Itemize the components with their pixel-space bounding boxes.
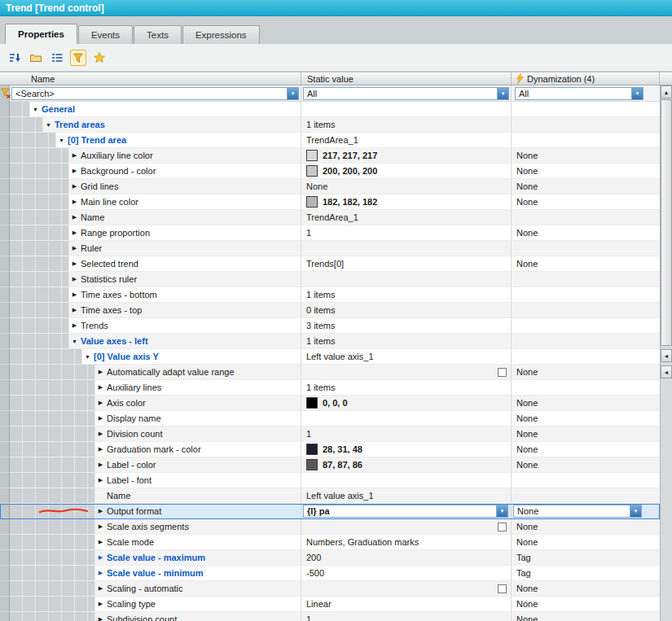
static-filter-combobox[interactable]: All ▼	[303, 87, 509, 100]
scroll-up-button[interactable]: ▲	[661, 85, 672, 98]
color-swatch[interactable]	[306, 150, 318, 161]
chevron-down-icon[interactable]: ▼	[631, 88, 643, 99]
chevron-down-icon[interactable]: ▼	[630, 505, 641, 517]
table-row[interactable]: ▶NameTrendArea_1	[0, 210, 660, 225]
expand-icon[interactable]: ▶	[69, 260, 80, 267]
window-titlebar[interactable]: Trend [Trend control]	[0, 0, 672, 16]
table-row[interactable]: NameLeft value axis_1	[0, 488, 660, 504]
expand-icon[interactable]: ▼	[69, 339, 80, 344]
expand-icon[interactable]: ▶	[95, 461, 106, 468]
table-row[interactable]: ▶Trends3 items	[0, 318, 660, 334]
table-row[interactable]: ▶Scale value - maximum200Tag	[0, 550, 660, 566]
search-combobox[interactable]: <Search> ▼	[11, 87, 299, 100]
expand-icon[interactable]: ▶	[69, 183, 80, 190]
expand-icon[interactable]: ▶	[95, 369, 106, 375]
table-row[interactable]: ▶Time axes - bottom1 items	[0, 287, 660, 303]
expand-icon[interactable]: ▶	[95, 477, 106, 483]
checkbox[interactable]	[498, 368, 507, 377]
tab-expressions[interactable]: Expressions	[182, 25, 260, 44]
table-row[interactable]: ▶Auxiliary line color217, 217, 217None	[0, 148, 660, 164]
column-header-dynamization[interactable]: Dynamization (4)	[512, 72, 660, 85]
table-row[interactable]: ▶Label - font	[0, 473, 660, 488]
table-row[interactable]: ▶Selected trendTrends[0]None	[0, 256, 660, 272]
list-view-button[interactable]	[49, 50, 65, 66]
table-row[interactable]: ▶Scale axis segmentsNone	[0, 519, 660, 535]
expand-icon[interactable]: ▶	[69, 307, 80, 313]
tab-texts[interactable]: Texts	[134, 25, 182, 44]
tab-properties[interactable]: Properties	[5, 24, 77, 44]
scrollbar-thumb[interactable]	[661, 99, 672, 346]
expand-icon[interactable]: ▶	[95, 508, 106, 514]
column-header-static-value[interactable]: Static value	[301, 72, 512, 85]
expand-icon[interactable]: ▼	[56, 138, 67, 143]
expand-icon[interactable]: ▶	[95, 601, 106, 607]
expand-icon[interactable]: ▶	[95, 384, 106, 391]
table-row[interactable]: ▶Scale modeNumbers, Graduation marksNone	[0, 535, 660, 550]
table-row[interactable]: ▶Scale value - minimum-500Tag	[0, 566, 660, 581]
expand-icon[interactable]: ▶	[69, 168, 80, 174]
table-row[interactable]: ▶Output format{I} pa▼None▼	[0, 504, 660, 519]
chevron-down-icon[interactable]: ▼	[497, 88, 508, 99]
expand-icon[interactable]: ▶	[69, 152, 80, 159]
expand-icon[interactable]: ▼	[82, 354, 93, 360]
table-row[interactable]: ▼[0] Value axis YLeft value axis_1	[0, 349, 660, 365]
expand-icon[interactable]: ▶	[95, 616, 106, 621]
expand-icon[interactable]: ▶	[95, 539, 106, 545]
expand-icon[interactable]: ▶	[95, 570, 106, 576]
open-folder-button[interactable]	[28, 50, 44, 66]
table-row[interactable]: ▶Ruler	[0, 241, 660, 256]
column-header-name[interactable]: Name	[0, 72, 301, 85]
table-row[interactable]: ▶Division count1None	[0, 426, 660, 442]
static-value-combobox[interactable]: {I} pa▼	[303, 505, 508, 518]
expand-icon[interactable]: ▶	[95, 554, 106, 561]
scroll-split-button-1[interactable]: ◄	[661, 349, 672, 362]
color-swatch[interactable]	[306, 444, 318, 455]
expand-icon[interactable]: ▶	[95, 585, 106, 592]
expand-icon[interactable]: ▶	[69, 230, 80, 236]
table-row[interactable]: ▶Background - color200, 200, 200None	[0, 164, 660, 179]
expand-icon[interactable]: ▶	[69, 291, 80, 298]
dynamization-combobox[interactable]: None▼	[513, 505, 642, 518]
expand-icon[interactable]: ▶	[95, 523, 106, 530]
expand-icon[interactable]: ▶	[69, 199, 80, 205]
table-row[interactable]: ▶Time axes - top0 items	[0, 303, 660, 318]
expand-icon[interactable]: ▶	[69, 214, 80, 221]
table-row[interactable]: ▶Axis color0, 0, 0None	[0, 396, 660, 411]
table-row[interactable]: ▼[0] Trend areaTrendArea_1	[0, 133, 660, 148]
color-swatch[interactable]	[306, 196, 318, 208]
expand-icon[interactable]: ▶	[69, 276, 80, 282]
expand-icon[interactable]: ▼	[30, 107, 41, 112]
color-swatch[interactable]	[306, 397, 318, 409]
clear-filter-button[interactable]	[0, 85, 10, 102]
favorites-button[interactable]	[91, 50, 108, 66]
table-row[interactable]: ▶Graduation mark - color28, 31, 48None	[0, 442, 660, 457]
table-row[interactable]: ▼General	[0, 102, 660, 117]
table-row[interactable]: ▼Trend areas1 items	[0, 117, 660, 133]
table-row[interactable]: ▶Main line color182, 182, 182None	[0, 195, 660, 210]
chevron-down-icon[interactable]: ▼	[287, 88, 298, 99]
table-row[interactable]: ▶Display nameNone	[0, 411, 660, 426]
table-row[interactable]: ▶Scaling - automaticNone	[0, 581, 660, 597]
dynamization-filter-combobox[interactable]: All ▼	[515, 87, 643, 100]
color-swatch[interactable]	[306, 165, 318, 177]
table-row[interactable]: ▶Automatically adapt value rangeNone	[0, 365, 660, 380]
scroll-split-button-2[interactable]: ◄	[661, 365, 672, 378]
chevron-down-icon[interactable]: ▼	[496, 505, 507, 517]
table-row[interactable]: ▶Auxiliary lines1 items	[0, 380, 660, 396]
expand-icon[interactable]: ▶	[69, 245, 80, 251]
table-row[interactable]: ▶Scaling typeLinearNone	[0, 597, 660, 612]
checkbox[interactable]	[498, 584, 507, 593]
tab-events[interactable]: Events	[78, 25, 133, 44]
expand-icon[interactable]: ▶	[95, 415, 106, 422]
table-row[interactable]: ▶Grid linesNoneNone	[0, 179, 660, 195]
table-row[interactable]: ▶Statistics ruler	[0, 272, 660, 287]
expand-icon[interactable]: ▶	[69, 322, 80, 329]
sort-order-button[interactable]	[7, 50, 23, 66]
color-swatch[interactable]	[306, 459, 318, 470]
filter-button[interactable]	[70, 50, 86, 66]
expand-icon[interactable]: ▶	[95, 446, 106, 453]
table-row[interactable]: ▼Value axes - left1 items	[0, 334, 660, 349]
checkbox[interactable]	[498, 523, 507, 531]
table-row[interactable]: ▶Subdivision count1None	[0, 612, 660, 621]
expand-icon[interactable]: ▶	[95, 431, 106, 437]
